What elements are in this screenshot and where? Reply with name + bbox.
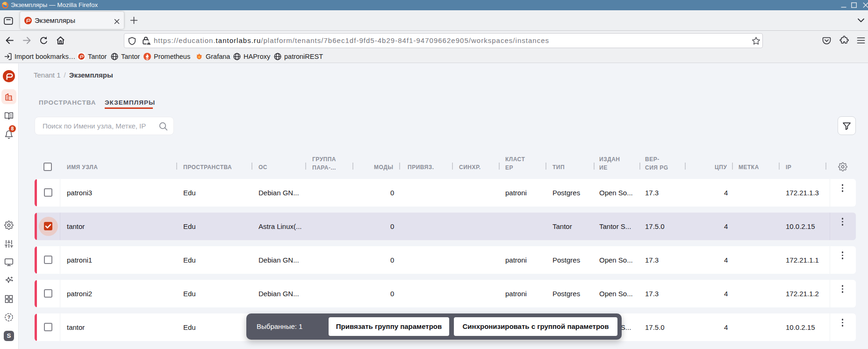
svg-text:?: ?: [7, 314, 11, 320]
